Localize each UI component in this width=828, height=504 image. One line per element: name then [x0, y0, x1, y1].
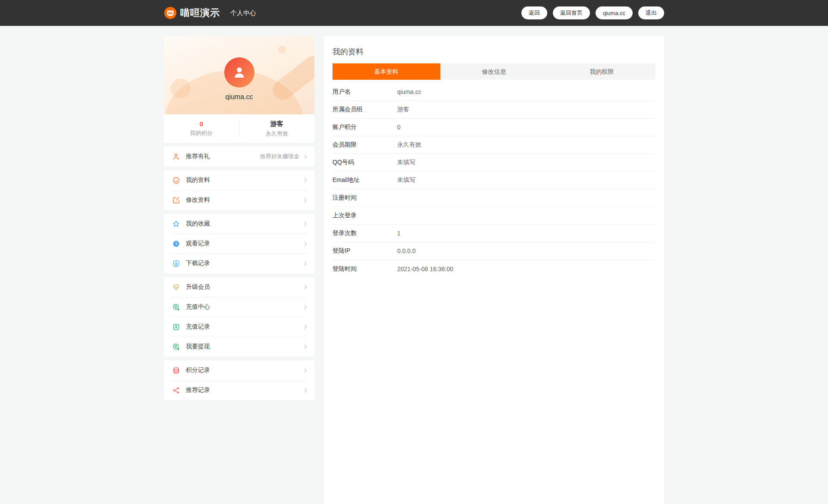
yen-circle-plus-icon	[172, 303, 180, 311]
database-icon	[172, 366, 180, 375]
avatar	[224, 57, 254, 88]
stat-membership-value: 游客	[239, 120, 314, 128]
top-navbar: 喵咺演示 个人中心 返回 返回首页 qiuma.cc 退出	[0, 0, 828, 26]
row-label: Email地址	[332, 176, 397, 184]
clock-icon	[172, 240, 180, 248]
sidebar-item-withdraw[interactable]: 我要提现	[164, 337, 314, 357]
sidebar-item-label: 修改资料	[186, 196, 210, 204]
username-button[interactable]: qiuma.cc	[596, 6, 633, 19]
table-row-member-term: 会员期限 永久有效	[332, 136, 656, 154]
sidebar-item-recharge-center[interactable]: 充值中心	[164, 297, 314, 317]
chevron-right-icon	[303, 261, 307, 266]
menu-group-money: 升级会员 充值中心	[164, 277, 314, 357]
person-add-icon	[172, 153, 180, 161]
download-icon	[172, 260, 180, 268]
sidebar-item-label: 我要提现	[186, 343, 210, 351]
back-button[interactable]: 返回	[521, 6, 547, 19]
tab-my-permissions[interactable]: 我的权限	[548, 63, 656, 80]
row-label: 登陆IP	[332, 247, 397, 255]
smiley-icon	[172, 176, 180, 185]
chevron-right-icon	[303, 325, 307, 329]
sidebar-item-label: 充值中心	[186, 303, 210, 311]
stat-points-label: 我的积分	[164, 129, 239, 137]
table-row-username: 用户名 qiuma.cc	[332, 83, 656, 101]
profile-info-table: 用户名 qiuma.cc 所属会员组 游客 账户积分 0 会员期限 永久有效 Q…	[332, 83, 656, 278]
chevron-right-icon	[303, 222, 307, 226]
sidebar-item-referral-bonus[interactable]: 推荐有礼 推荐好友赚现金	[164, 147, 314, 166]
sidebar-item-edit-profile[interactable]: 修改资料	[164, 190, 314, 210]
table-row-login-time: 登陆时间 2021-05-08 16:36:00	[332, 260, 656, 278]
gem-icon	[172, 283, 180, 291]
sidebar-item-watch-history[interactable]: 观看记录	[164, 234, 314, 254]
row-value: qiuma.cc	[397, 88, 421, 95]
yen-square-icon	[172, 323, 180, 331]
sidebar-item-label: 我的收藏	[186, 220, 210, 228]
row-value: 2021-05-08 16:36:00	[397, 266, 453, 272]
row-value: 未填写	[397, 176, 415, 184]
chevron-right-icon	[303, 344, 307, 349]
menu-group-records: 积分记录 推荐记录	[164, 360, 314, 400]
sidebar-item-referral-record[interactable]: 推荐记录	[164, 380, 314, 400]
stat-membership: 游客 永久有效	[239, 120, 314, 138]
stat-membership-label: 永久有效	[239, 130, 314, 138]
row-label: QQ号码	[332, 159, 397, 166]
cat-logo-icon	[164, 6, 177, 19]
sidebar-item-my-profile[interactable]: 我的资料	[164, 170, 314, 190]
row-value: 1	[397, 230, 401, 237]
sidebar-item-label: 下载记录	[186, 260, 210, 267]
chevron-right-icon	[303, 178, 307, 182]
chevron-right-icon	[303, 241, 307, 246]
row-value: 游客	[397, 106, 409, 113]
tab-bar: 基本资料 修改信息 我的权限	[332, 63, 656, 80]
profile-card: qiuma.cc 0 我的积分 游客 永久有效	[164, 36, 314, 143]
decor-blob	[171, 78, 191, 98]
menu-group-profile: 我的资料 修改资料	[164, 170, 314, 210]
tab-basic-info[interactable]: 基本资料	[332, 63, 440, 80]
back-home-button[interactable]: 返回首页	[553, 6, 590, 19]
sidebar-item-upgrade-member[interactable]: 升级会员	[164, 277, 314, 297]
sidebar-item-label: 观看记录	[186, 240, 210, 247]
referral-extra-text: 推荐好友赚现金	[260, 153, 299, 160]
decor-blob	[278, 46, 286, 53]
page-title: 我的资料	[332, 47, 656, 57]
brand-logo[interactable]: 喵咺演示	[164, 6, 220, 19]
sidebar-item-label: 积分记录	[186, 366, 210, 374]
table-row-login-ip: 登陆IP 0.0.0.0	[332, 242, 656, 260]
row-value: 永久有效	[397, 141, 421, 149]
table-row-qq: QQ号码 未填写	[332, 154, 656, 172]
table-row-register-time: 注册时间	[332, 189, 656, 207]
row-label: 所属会员组	[332, 106, 397, 113]
row-value: 0	[397, 124, 401, 131]
table-row-login-count: 登录次数 1	[332, 225, 656, 242]
row-label: 账户积分	[332, 123, 397, 131]
sidebar: qiuma.cc 0 我的积分 游客 永久有效	[164, 36, 314, 400]
sidebar-item-label: 升级会员	[186, 283, 210, 291]
sidebar-item-favorites[interactable]: 我的收藏	[164, 214, 314, 234]
row-value: 未填写	[397, 159, 415, 166]
profile-username: qiuma.cc	[225, 93, 253, 101]
chevron-right-icon	[303, 388, 307, 392]
sidebar-item-points-record[interactable]: 积分记录	[164, 360, 314, 380]
row-label: 用户名	[332, 88, 397, 96]
row-label: 上次登录	[332, 212, 397, 219]
table-row-account-points: 账户积分 0	[332, 119, 656, 136]
row-label: 登录次数	[332, 229, 397, 237]
row-label: 注册时间	[332, 194, 397, 202]
user-icon	[231, 64, 248, 81]
chevron-right-icon	[303, 368, 307, 373]
table-row-member-group: 所属会员组 游客	[332, 101, 656, 119]
table-row-last-login: 上次登录	[332, 207, 656, 225]
chevron-right-icon	[303, 154, 307, 159]
sidebar-item-recharge-record[interactable]: 充值记录	[164, 317, 314, 337]
nav-link-user-center[interactable]: 个人中心	[230, 9, 256, 17]
chevron-right-icon	[303, 198, 307, 202]
sidebar-item-download-history[interactable]: 下载记录	[164, 254, 314, 273]
tab-edit-info[interactable]: 修改信息	[440, 63, 548, 80]
logout-button[interactable]: 退出	[638, 6, 664, 19]
row-label: 会员期限	[332, 141, 397, 149]
sidebar-item-label: 我的资料	[186, 176, 210, 184]
brand-name: 喵咺演示	[180, 6, 220, 19]
row-value: 0.0.0.0	[397, 247, 416, 254]
star-icon	[172, 220, 180, 228]
sidebar-item-label: 推荐记录	[186, 386, 210, 394]
